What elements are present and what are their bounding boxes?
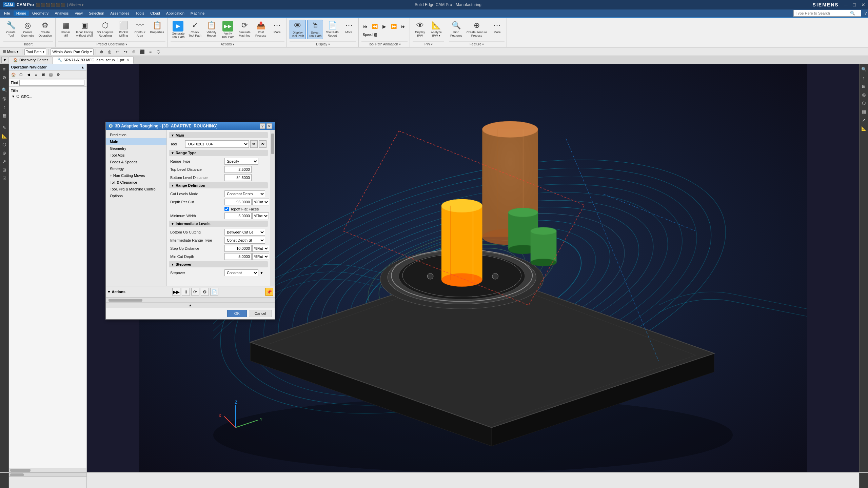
right-btn-4[interactable]: ◎ bbox=[860, 91, 868, 98]
menu-geometry[interactable]: Geometry bbox=[29, 11, 51, 16]
stepover-select[interactable]: Constant bbox=[224, 269, 258, 276]
tool-edit-btn[interactable]: ✏ bbox=[250, 140, 258, 148]
min-cut-unit-select[interactable]: %Flut bbox=[252, 253, 269, 260]
menu-selection[interactable]: Selection bbox=[86, 11, 107, 16]
anim-play-btn[interactable]: ▶ bbox=[380, 23, 389, 32]
nav-btn-filter[interactable]: ▤ bbox=[47, 71, 54, 78]
left-btn-2[interactable]: ⚙ bbox=[1, 74, 8, 81]
right-btn-5[interactable]: ⬡ bbox=[860, 99, 868, 107]
bottom-up-select[interactable]: Between Cut Le bbox=[224, 229, 265, 236]
floor-facing-btn[interactable]: ▣ Floor Facingwithout Wall bbox=[75, 20, 94, 39]
left-btn-12[interactable]: ⊞ bbox=[1, 166, 8, 174]
min-cut-depth-input[interactable] bbox=[224, 253, 252, 260]
win-min-btn[interactable]: ─ bbox=[844, 2, 848, 7]
menu-view[interactable]: View bbox=[72, 11, 85, 16]
left-btn-5[interactable]: ↕ bbox=[1, 103, 8, 110]
top-level-input[interactable] bbox=[224, 166, 252, 173]
search-input[interactable] bbox=[796, 11, 850, 15]
feature-more-btn[interactable]: ⋯ More bbox=[490, 20, 505, 35]
action-doc-btn[interactable]: 📄 bbox=[210, 288, 218, 296]
anim-end-btn[interactable]: ⏭ bbox=[399, 23, 408, 32]
select-tool-path-btn[interactable]: 🖱 SelectTool Path bbox=[307, 20, 323, 39]
section-main-header[interactable]: ▼ Main bbox=[169, 132, 268, 138]
section-stepover-header[interactable]: ▼ Stepover bbox=[169, 261, 268, 267]
validity-report-btn[interactable]: 📋 ValidityReport bbox=[204, 20, 219, 39]
left-btn-8[interactable]: 📐 bbox=[1, 132, 8, 140]
tab-main-file[interactable]: 🔧 SRN71-6193 MFG_asm_setup_1.prt ✕ bbox=[53, 56, 133, 64]
sidebar-tool-axis[interactable]: Tool Axis bbox=[106, 152, 166, 159]
right-btn-1[interactable]: 🔍 bbox=[860, 65, 868, 73]
properties-btn[interactable]: 📋 Properties bbox=[149, 20, 165, 35]
cancel-button[interactable]: Cancel bbox=[249, 310, 272, 317]
sidebar-main[interactable]: Main bbox=[106, 138, 166, 145]
menu-application[interactable]: Application bbox=[163, 11, 187, 16]
display-tool-path-btn[interactable]: 👁 DisplayTool Path bbox=[290, 20, 306, 39]
menu-assemblies[interactable]: Assemblies bbox=[107, 11, 132, 16]
sidebar-strategy[interactable]: Strategy bbox=[106, 165, 166, 172]
generate-tool-path-btn[interactable]: ▶ GenerateTool Path bbox=[171, 20, 186, 40]
dialog-scrollbar[interactable] bbox=[270, 130, 275, 286]
nav-btn-prev[interactable]: ◀ bbox=[25, 71, 32, 78]
toolbar-btn-7[interactable]: ≡ bbox=[147, 48, 154, 55]
tab-discovery-center[interactable]: 🏠 Discovery Center bbox=[9, 56, 52, 64]
nav-btn-expand[interactable]: ⊞ bbox=[40, 71, 47, 78]
3d-adaptive-btn[interactable]: ⬡ 3D AdaptiveRoughing bbox=[96, 20, 115, 39]
bottom-level-input[interactable] bbox=[224, 174, 252, 181]
menu-file[interactable]: File bbox=[1, 11, 13, 16]
win-max-btn[interactable]: □ bbox=[853, 2, 856, 7]
toolbar-btn-4[interactable]: ↪ bbox=[122, 48, 129, 55]
tool-path-report-btn[interactable]: 📄 Tool PathReport bbox=[324, 20, 340, 39]
tab-close-btn[interactable]: ✕ bbox=[126, 58, 129, 62]
toolbar-btn-8[interactable]: ⬡ bbox=[155, 48, 162, 55]
section-range-def-header[interactable]: ▼ Range Definition bbox=[169, 182, 268, 188]
verify-tool-path-btn[interactable]: ▶▶ VerifyTool Path bbox=[220, 20, 236, 40]
display-ipw-btn[interactable]: 👁 DisplayIPW bbox=[413, 20, 428, 39]
action-extra-btn[interactable]: 📌 bbox=[265, 288, 273, 296]
nav-expand-btn[interactable]: ▼ bbox=[1, 57, 8, 63]
range-type-select[interactable]: Specify bbox=[224, 158, 258, 165]
post-process-btn[interactable]: 📤 PostProcess bbox=[253, 20, 268, 39]
topoff-checkbox[interactable] bbox=[224, 207, 229, 211]
nav-btn-up[interactable]: ⬡ bbox=[18, 71, 24, 78]
dialog-close-btn[interactable]: ✕ bbox=[267, 123, 272, 129]
sidebar-non-cutting[interactable]: Non Cutting Moves bbox=[106, 172, 166, 179]
create-feature-btn[interactable]: ⊕ Create FeatureProcess bbox=[465, 20, 489, 39]
right-btn-2[interactable]: ↕ bbox=[860, 74, 868, 81]
step-up-input[interactable] bbox=[224, 245, 252, 252]
right-btn-3[interactable]: ⊞ bbox=[860, 82, 868, 90]
speed-slider[interactable] bbox=[374, 34, 375, 35]
sidebar-feeds-speeds[interactable]: Feeds & Speeds bbox=[106, 159, 166, 165]
min-width-input[interactable] bbox=[224, 212, 252, 219]
menu-machine[interactable]: Machine bbox=[188, 11, 208, 16]
menu-cloud[interactable]: Cloud bbox=[147, 11, 163, 16]
toolbar-btn-3[interactable]: ↩ bbox=[114, 48, 121, 55]
left-btn-10[interactable]: ⊕ bbox=[1, 149, 8, 157]
min-width-unit-select[interactable]: %Toc bbox=[252, 212, 269, 219]
anim-next-btn[interactable]: ⏩ bbox=[390, 23, 398, 32]
analyze-ipw-btn[interactable]: 📐 AnalyzeIPW ▾ bbox=[429, 20, 444, 39]
nav-btn-list[interactable]: ≡ bbox=[33, 71, 39, 78]
contour-area-btn[interactable]: 〰 ContourArea bbox=[133, 20, 147, 39]
action-settings-btn[interactable]: ⚙ bbox=[201, 288, 209, 296]
depth-per-cut-input[interactable] bbox=[224, 199, 252, 205]
section-range-type-header[interactable]: ▼ Range Type bbox=[169, 150, 268, 156]
tool-view-btn[interactable]: 👁 bbox=[259, 140, 267, 148]
menu-analysis[interactable]: Analysis bbox=[52, 11, 71, 16]
left-btn-11[interactable]: ↗ bbox=[1, 158, 8, 165]
section-intermediate-header[interactable]: ▼ Intermediate Levels bbox=[169, 221, 268, 227]
sidebar-options[interactable]: Options bbox=[106, 192, 166, 199]
find-features-btn[interactable]: 🔍 FindFeatures bbox=[449, 20, 464, 39]
help-btn[interactable]: ? bbox=[865, 11, 867, 15]
pocket-milling-btn[interactable]: ⬜ PocketMilling bbox=[116, 20, 131, 39]
nav-item-gec[interactable]: ▼ ⬡ GEC... bbox=[9, 94, 86, 99]
actions-more-btn[interactable]: ⋯ More bbox=[270, 20, 284, 35]
collapse-btn[interactable]: ▲ bbox=[106, 302, 275, 308]
right-btn-6[interactable]: ▦ bbox=[860, 108, 868, 115]
sidebar-tol-clearance[interactable]: Tol. & Clearance bbox=[106, 179, 166, 186]
depth-unit-select[interactable]: %Flut bbox=[252, 199, 269, 205]
nav-btn-settings[interactable]: ⚙ bbox=[55, 71, 62, 78]
sidebar-geometry[interactable]: Geometry bbox=[106, 145, 166, 152]
dialog-h-scrollbar[interactable] bbox=[106, 298, 275, 302]
toolbar-btn-5[interactable]: ⊕ bbox=[131, 48, 137, 55]
toolbar-btn-1[interactable]: ⊕ bbox=[98, 48, 105, 55]
